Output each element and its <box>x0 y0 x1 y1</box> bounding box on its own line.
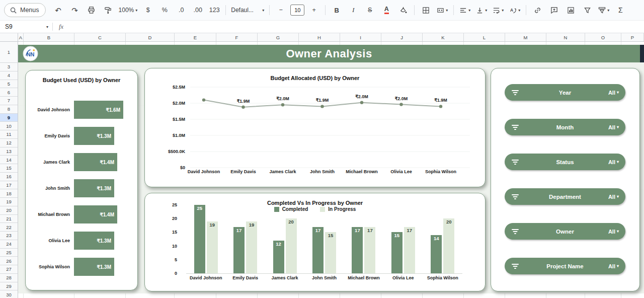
grid-canvas: NN Owner Analysis Budget Used (USD) by O… <box>18 42 644 298</box>
budget-allocated-chart[interactable]: Budget Allocated (USD) by Owner $0$500.0… <box>144 68 486 187</box>
decrease-font-size-button[interactable]: − <box>273 4 289 17</box>
column-header-o[interactable]: O <box>585 33 621 41</box>
increase-decimal-button[interactable]: .00 <box>190 4 206 17</box>
slicer-owner[interactable]: OwnerAll▾ <box>505 223 625 240</box>
select-all-corner[interactable] <box>0 33 18 42</box>
font-size-input[interactable]: 10 <box>290 5 304 16</box>
slicer-project-name[interactable]: Project NameAll▾ <box>505 258 625 274</box>
column-header-i[interactable]: I <box>340 33 381 41</box>
row-header-8[interactable]: 8 <box>0 105 18 114</box>
text-rotation-button[interactable]: A ▾ <box>507 4 523 17</box>
column-header-n[interactable]: N <box>546 33 585 41</box>
used-bar-row: David Johnson₹1.6M <box>30 101 131 119</box>
row-header-10[interactable]: 10 <box>0 122 18 130</box>
column-header-g[interactable]: G <box>258 33 299 41</box>
decrease-decimal-button[interactable]: .0 <box>173 4 189 17</box>
column-header-d[interactable]: D <box>126 33 175 41</box>
row-header-15[interactable]: 15 <box>0 164 18 173</box>
column-header-b[interactable]: B <box>24 33 74 41</box>
paint-format-button[interactable] <box>100 4 116 17</box>
slicer-value[interactable]: All▾ <box>608 90 619 96</box>
row-header-22[interactable]: 22 <box>0 223 18 232</box>
row-header-4[interactable]: 4 <box>0 71 18 80</box>
row-header-27[interactable]: 27 <box>0 265 18 274</box>
column-header-f[interactable]: F <box>216 33 258 41</box>
redo-button[interactable]: ↷ <box>67 4 83 17</box>
column-header-h[interactable]: H <box>299 33 340 41</box>
row-header-29[interactable]: 29 <box>0 282 18 291</box>
column-header-j[interactable]: J <box>381 33 423 41</box>
menus-button[interactable]: Menus <box>4 3 46 17</box>
undo-button[interactable]: ↶ <box>50 4 66 17</box>
row-header-19[interactable]: 19 <box>0 198 18 206</box>
insert-chart-button[interactable] <box>562 4 579 17</box>
functions-button[interactable]: Σ <box>612 4 628 17</box>
row-header-30[interactable]: 30 <box>0 290 18 298</box>
strikethrough-button[interactable]: S <box>362 4 378 17</box>
slicer-value[interactable]: All▾ <box>608 263 619 269</box>
completed-inprogress-chart[interactable]: Completed Vs In Progress by Owner Comple… <box>144 193 486 291</box>
fill-color-button[interactable] <box>395 4 411 17</box>
row-header-12[interactable]: 12 <box>0 139 18 147</box>
slicer-value[interactable]: All▾ <box>608 229 619 235</box>
row-header-7[interactable]: 7 <box>0 97 18 105</box>
column-header-p[interactable]: P <box>621 33 644 41</box>
row-header-13[interactable]: 13 <box>0 147 18 156</box>
increase-font-size-button[interactable]: + <box>306 4 322 17</box>
slicer-month[interactable]: MonthAll▾ <box>505 119 625 135</box>
row-header-18[interactable]: 18 <box>0 189 18 198</box>
row-header-16[interactable]: 16 <box>0 173 18 181</box>
chevron-down-icon: ▾ <box>485 8 487 13</box>
row-header-24[interactable]: 24 <box>0 240 18 249</box>
row-header-9[interactable]: 9 <box>0 114 18 122</box>
vertical-align-button[interactable]: ▾ <box>473 4 490 17</box>
row-header-5[interactable]: 5 <box>0 80 18 89</box>
column-header-k[interactable]: K <box>423 33 464 41</box>
more-formats-button[interactable]: 123 <box>206 4 222 17</box>
row-header-17[interactable]: 17 <box>0 181 18 190</box>
zoom-select[interactable]: 100%▾ <box>117 4 140 17</box>
row-header-6[interactable]: 6 <box>0 88 18 97</box>
column-header-a[interactable]: A <box>18 33 24 41</box>
column-header-m[interactable]: M <box>505 33 546 41</box>
row-header-26[interactable]: 26 <box>0 257 18 265</box>
row-header-25[interactable]: 25 <box>0 249 18 257</box>
svg-text:$1.0M: $1.0M <box>173 133 185 138</box>
slicer-status[interactable]: StatusAll▾ <box>505 154 625 170</box>
insert-link-button[interactable] <box>529 4 545 17</box>
bold-button[interactable]: B <box>329 4 345 17</box>
italic-button[interactable]: I <box>345 4 361 17</box>
merge-cells-button[interactable]: ▾ <box>434 4 450 17</box>
row-header-14[interactable]: 14 <box>0 156 18 164</box>
row-header-21[interactable]: 21 <box>0 215 18 224</box>
slicer-year[interactable]: YearAll▾ <box>505 84 625 101</box>
horizontal-align-button[interactable]: ▾ <box>457 4 473 17</box>
row-header-1[interactable]: 1 <box>0 42 18 63</box>
text-wrap-button[interactable]: ▾ <box>490 4 506 17</box>
borders-button[interactable] <box>418 4 434 17</box>
print-button[interactable] <box>84 4 100 17</box>
text-color-button[interactable]: A <box>378 4 394 17</box>
budget-used-chart[interactable]: Budget Used (USD) by Owner David Johnson… <box>25 70 138 290</box>
create-filter-button[interactable] <box>579 4 595 17</box>
svg-text:₹2.0M: ₹2.0M <box>395 96 408 101</box>
column-header-e[interactable]: E <box>175 33 216 41</box>
format-currency-button[interactable]: $ <box>140 4 156 17</box>
row-header-11[interactable]: 11 <box>0 130 18 139</box>
insert-comment-button[interactable] <box>546 4 562 17</box>
format-percent-button[interactable]: % <box>156 4 173 17</box>
row-header-23[interactable]: 23 <box>0 232 18 240</box>
name-box[interactable]: S9 ▾ <box>0 21 52 33</box>
font-family-select[interactable]: Defaul...▾ <box>229 4 266 17</box>
slicer-department[interactable]: DepartmentAll▾ <box>505 188 625 205</box>
filter-views-button[interactable]: ▾ <box>596 4 612 17</box>
formula-input[interactable] <box>63 21 644 33</box>
slicer-value[interactable]: All▾ <box>608 194 619 200</box>
column-header-l[interactable]: L <box>464 33 505 41</box>
row-header-20[interactable]: 20 <box>0 206 18 215</box>
row-header-3[interactable]: 3 <box>0 63 18 71</box>
slicer-value[interactable]: All▾ <box>608 159 619 165</box>
row-header-28[interactable]: 28 <box>0 274 18 282</box>
slicer-value[interactable]: All▾ <box>608 124 619 130</box>
column-header-c[interactable]: C <box>74 33 126 41</box>
